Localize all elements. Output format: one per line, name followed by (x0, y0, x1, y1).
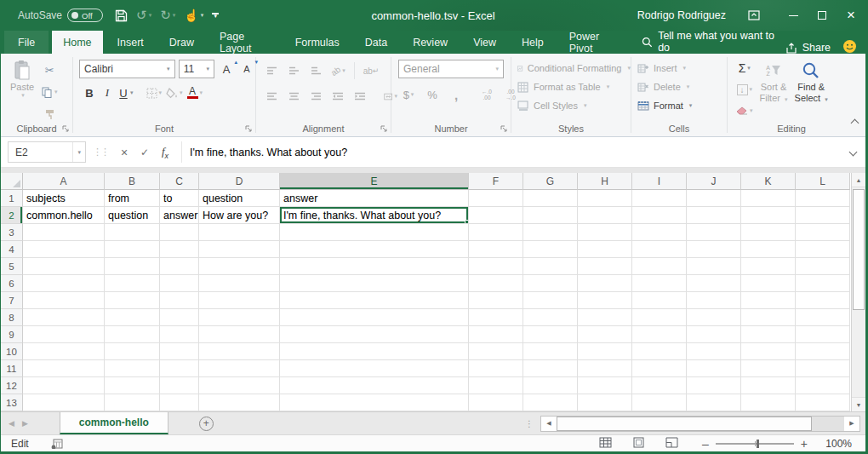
cell-I1[interactable] (632, 190, 687, 207)
cell-B8[interactable] (105, 309, 160, 326)
tab-power-pivot[interactable]: Power Pivot (558, 31, 628, 54)
decrease-font-size-button[interactable]: A▾ (238, 60, 255, 78)
cell-F2[interactable] (469, 207, 523, 224)
cell-B4[interactable] (105, 241, 160, 258)
autosave-toggle[interactable]: Off (67, 9, 103, 22)
cell-B7[interactable] (105, 292, 160, 309)
scroll-up-button[interactable]: ▲ (852, 173, 865, 187)
cell-H5[interactable] (578, 258, 632, 275)
cell-E2[interactable]: I'm fine, thanks. What about you? (280, 207, 469, 224)
ribbon-display-options-button[interactable] (748, 10, 760, 20)
cell-G4[interactable] (523, 241, 578, 258)
horizontal-scrollbar[interactable]: ◀ ▶ (540, 416, 860, 432)
number-format-dropdown-icon[interactable]: ▾ (495, 66, 499, 72)
undo-button[interactable]: ↺▾ (136, 8, 151, 23)
cell-L11[interactable] (796, 360, 850, 377)
cell-A1[interactable]: subjects (23, 190, 105, 207)
cell-A2[interactable]: common.hello (23, 207, 105, 224)
delete-cells-button[interactable]: Delete▾ (631, 78, 727, 96)
cell-K8[interactable] (741, 309, 796, 326)
cell-E8[interactable] (280, 309, 469, 326)
autosum-button[interactable]: Σ▾ (734, 59, 755, 78)
next-sheet-button[interactable]: ▶ (22, 419, 36, 428)
cell-I6[interactable] (632, 275, 687, 292)
cell-F11[interactable] (469, 360, 523, 377)
tab-view[interactable]: View (462, 31, 507, 54)
cell-J5[interactable] (687, 258, 741, 275)
cell-B11[interactable] (105, 360, 160, 377)
cell-C8[interactable] (160, 309, 199, 326)
cell-L8[interactable] (796, 309, 850, 326)
clear-dropdown-icon[interactable]: ▾ (750, 107, 753, 114)
cell-E9[interactable] (280, 326, 469, 343)
row-header-3[interactable]: 3 (1, 224, 23, 241)
sheet-tab-active[interactable]: common-hello (60, 412, 168, 434)
tell-me-box[interactable]: Tell me what you want to do (642, 30, 785, 54)
cell-F1[interactable] (469, 190, 523, 207)
undo-dropdown-icon[interactable]: ▾ (149, 12, 152, 19)
cell-L7[interactable] (796, 292, 850, 309)
row-header-9[interactable]: 9 (1, 326, 23, 343)
column-header-E[interactable]: E (280, 173, 469, 190)
cell-A3[interactable] (23, 224, 105, 241)
cell-G8[interactable] (523, 309, 578, 326)
cell-D1[interactable]: question (199, 190, 280, 207)
cell-G12[interactable] (523, 377, 578, 394)
cell-D13[interactable] (199, 394, 280, 411)
cell-J3[interactable] (687, 224, 741, 241)
cell-D6[interactable] (199, 275, 280, 292)
cell-E6[interactable] (280, 275, 469, 292)
cell-E7[interactable] (280, 292, 469, 309)
zoom-slider-thumb[interactable] (757, 440, 759, 448)
number-format-combo[interactable]: General ▾ (398, 60, 504, 78)
cell-C10[interactable] (160, 343, 199, 360)
borders-dropdown-icon[interactable]: ▾ (159, 89, 163, 96)
redo-button[interactable]: ↻▾ (160, 8, 175, 23)
cell-F13[interactable] (469, 394, 523, 411)
cell-K13[interactable] (741, 394, 796, 411)
wrap-text-button[interactable]: ab↵ (362, 61, 381, 80)
cell-E4[interactable] (280, 241, 469, 258)
cell-I2[interactable] (632, 207, 687, 224)
cell-D12[interactable] (199, 377, 280, 394)
cell-J9[interactable] (687, 326, 741, 343)
cell-D2[interactable]: How are you? (199, 207, 280, 224)
cell-B6[interactable] (105, 275, 160, 292)
align-right-button[interactable] (307, 87, 324, 106)
cell-G11[interactable] (523, 360, 578, 377)
cell-C5[interactable] (160, 258, 199, 275)
touch-mouse-mode-button[interactable]: ☝▾ (184, 9, 203, 22)
cell-G6[interactable] (523, 275, 578, 292)
maximize-button[interactable] (808, 0, 837, 31)
font-name-combo[interactable]: Calibri ▾ (79, 60, 175, 78)
fill-color-dropdown-icon[interactable]: ▾ (180, 89, 183, 96)
column-header-I[interactable]: I (632, 173, 687, 190)
cell-K10[interactable] (741, 343, 796, 360)
cell-J2[interactable] (687, 207, 741, 224)
conditional-formatting-dropdown-icon[interactable]: ▾ (627, 65, 631, 72)
cell-H3[interactable] (578, 224, 632, 241)
copy-dropdown-icon[interactable]: ▾ (54, 89, 58, 95)
paste-dropdown-icon[interactable]: ▾ (21, 92, 25, 99)
cancel-entry-button[interactable]: × (115, 146, 134, 159)
column-header-J[interactable]: J (687, 173, 741, 190)
cell-A12[interactable] (23, 377, 105, 394)
normal-view-button[interactable] (599, 437, 612, 451)
format-cells-button[interactable]: Format▾ (631, 96, 727, 115)
cell-E5[interactable] (280, 258, 469, 275)
cell-B12[interactable] (105, 377, 160, 394)
cell-L4[interactable] (796, 241, 850, 258)
cell-C12[interactable] (160, 377, 199, 394)
cell-H13[interactable] (578, 394, 632, 411)
cell-D11[interactable] (199, 360, 280, 377)
column-header-B[interactable]: B (105, 173, 160, 190)
cell-C7[interactable] (160, 292, 199, 309)
paste-button[interactable]: Paste ▾ (6, 60, 38, 99)
cell-K5[interactable] (741, 258, 796, 275)
customize-qat-button[interactable]: ▾ (212, 13, 219, 18)
column-header-F[interactable]: F (469, 173, 523, 190)
clear-button[interactable]: ▾ (734, 101, 755, 120)
column-header-L[interactable]: L (796, 173, 850, 190)
underline-dropdown-icon[interactable]: ▾ (130, 89, 134, 96)
cell-D10[interactable] (199, 343, 280, 360)
